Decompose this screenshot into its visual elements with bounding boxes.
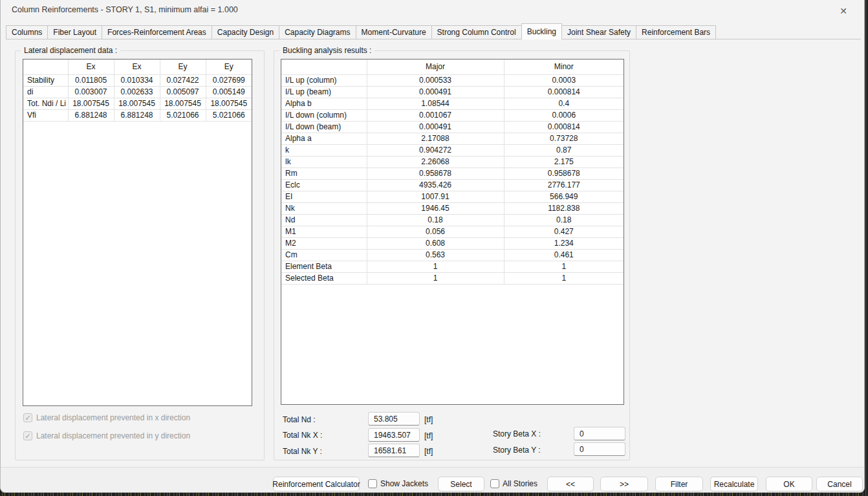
- table-row: Element Beta11: [281, 261, 624, 272]
- lateral-displacement-group-title: Lateral displacement data :: [21, 46, 120, 55]
- table-row: I/L down (beam)0.0004910.000814: [281, 121, 624, 133]
- cell-value: 0.18: [367, 214, 504, 226]
- checkbox-label: Lateral displacement prevented in x dire…: [36, 413, 190, 422]
- tab-joint-shear-safety[interactable]: Joint Shear Safety: [561, 25, 636, 39]
- cell-value: 0.87: [504, 144, 624, 156]
- row-label: Eclc: [281, 179, 367, 191]
- table-header-cell: [23, 59, 68, 74]
- cell-value: 0.027699: [206, 74, 252, 86]
- story-beta-y-input[interactable]: [574, 442, 625, 456]
- cell-value: 0.461: [504, 249, 624, 261]
- row-label: Stability: [23, 74, 68, 86]
- bottom-bar: Reinforcement Calculator Show Jackets Se…: [1, 467, 864, 493]
- table-row: M10.0560.427: [281, 226, 624, 237]
- close-button[interactable]: ✕: [833, 3, 854, 18]
- tab-fiber-layout[interactable]: Fiber Layout: [47, 25, 102, 39]
- cell-value: 6.881248: [114, 109, 160, 121]
- tab-capacity-diagrams[interactable]: Capacity Diagrams: [279, 25, 356, 39]
- cell-value: 5.021066: [160, 109, 206, 121]
- table-row: M20.6081.234: [281, 237, 624, 249]
- table-row: Vfi6.8812486.8812485.0210665.021066: [23, 109, 252, 121]
- show-jackets-checkbox[interactable]: Show Jackets: [368, 479, 428, 489]
- table-row: Cm0.5630.461: [281, 249, 624, 261]
- previous-button[interactable]: <<: [547, 477, 594, 491]
- total-nk-y-input[interactable]: [368, 444, 420, 457]
- total-nk-x-input[interactable]: [368, 428, 420, 442]
- cell-value: 0.000533: [367, 74, 504, 86]
- cell-value: 0.056: [367, 226, 504, 237]
- total-nk-x-unit: [tf]: [424, 431, 433, 440]
- cell-value: 0.002633: [114, 86, 160, 98]
- tab-forces-reinforcement-areas[interactable]: Forces-Reinforcement Areas: [102, 25, 212, 39]
- row-label: I/L up (beam): [281, 86, 367, 98]
- table-header-cell: Ey: [160, 59, 206, 74]
- cell-value: 0.0003: [504, 74, 624, 86]
- table-row: Eclc4935.4262776.177: [281, 179, 624, 191]
- cell-value: 0.73728: [504, 133, 624, 144]
- checkbox-unchecked-icon: [490, 479, 499, 488]
- cell-value: 0.958678: [504, 167, 624, 179]
- cell-value: 0.563: [367, 249, 504, 261]
- story-beta-x-input[interactable]: [574, 427, 625, 440]
- tab-columns[interactable]: Columns: [6, 25, 48, 39]
- tab-buckling[interactable]: Buckling: [521, 23, 562, 39]
- table-header-cell: Ex: [68, 59, 114, 74]
- cancel-button[interactable]: Cancel: [816, 477, 863, 491]
- window-title: Column Reinforcements - STORY 1, S1, min…: [12, 5, 238, 14]
- cell-value: 0.001067: [367, 109, 504, 121]
- checkbox-label: Lateral displacement prevented in y dire…: [36, 431, 190, 440]
- recalculate-button[interactable]: Recalculate: [710, 477, 758, 491]
- cell-value: 1007.91: [367, 191, 504, 202]
- cell-value: 0.011805: [68, 74, 114, 86]
- tab-reinforcement-bars[interactable]: Reinforcement Bars: [636, 25, 716, 39]
- ok-button[interactable]: OK: [766, 477, 812, 491]
- table-row: di0.0030070.0026330.0050970.005149: [23, 86, 252, 98]
- cell-value: 1182.838: [504, 202, 624, 214]
- buckling-results-group: Buckling analysis results : MajorMinorI/…: [274, 50, 630, 460]
- cell-value: 0.427: [504, 226, 624, 237]
- cell-value: 6.881248: [68, 109, 114, 121]
- cell-value: 0.4: [504, 98, 624, 109]
- table-header-row: MajorMinor: [281, 59, 624, 74]
- select-button[interactable]: Select: [438, 477, 484, 491]
- table-row: EI1007.91566.949: [281, 191, 624, 202]
- table-header-cell: [281, 59, 367, 74]
- table-row: Nk1946.451182.838: [281, 202, 624, 214]
- buckling-results-table: MajorMinorI/L up (column)0.0005330.0003I…: [281, 59, 624, 405]
- total-nk-x-label: Total Nk X :: [283, 431, 322, 440]
- reinforcement-calculator-button[interactable]: Reinforcement Calculator: [273, 477, 360, 491]
- all-stories-label: All Stories: [503, 479, 537, 488]
- column-reinforcements-dialog: Column Reinforcements - STORY 1, S1, min…: [0, 0, 865, 493]
- story-beta-x-label: Story Beta X :: [493, 429, 541, 438]
- cell-value: 2776.177: [504, 179, 624, 191]
- cell-value: 18.007545: [206, 98, 252, 109]
- row-label: Rm: [281, 167, 367, 179]
- tab-capacity-design[interactable]: Capacity Design: [212, 25, 279, 39]
- cell-value: 0.005149: [206, 86, 252, 98]
- next-button[interactable]: >>: [600, 477, 648, 491]
- title-bar: Column Reinforcements - STORY 1, S1, min…: [1, 0, 864, 21]
- row-label: Element Beta: [281, 261, 367, 272]
- all-stories-checkbox[interactable]: All Stories: [490, 479, 537, 489]
- row-label: Nd: [281, 214, 367, 226]
- table-row: Tot. Ndi / Li18.00754518.00754518.007545…: [23, 98, 252, 109]
- total-nd-input[interactable]: [368, 412, 420, 426]
- cell-value: 1.234: [504, 237, 624, 249]
- cell-value: 0.904272: [367, 144, 504, 156]
- row-label: Tot. Ndi / Li: [23, 98, 68, 109]
- data-grid: MajorMinorI/L up (column)0.0005330.0003I…: [281, 59, 624, 285]
- table-header-cell: Ex: [114, 59, 160, 74]
- row-label: Nk: [281, 202, 367, 214]
- tab-strong-column-control[interactable]: Strong Column Control: [431, 25, 522, 39]
- table-header-cell: Ey: [206, 59, 252, 74]
- cell-value: 4935.426: [367, 179, 504, 191]
- filter-button[interactable]: Filter: [655, 477, 703, 491]
- cell-value: 0.010334: [114, 74, 160, 86]
- data-grid: ExExEyEyStability0.0118050.0103340.02742…: [23, 59, 252, 122]
- table-header-row: ExExEyEy: [23, 59, 252, 74]
- cell-value: 1: [367, 261, 504, 272]
- cell-value: 2.26068: [367, 156, 504, 167]
- cell-value: 0.000814: [504, 121, 624, 133]
- tab-moment-curvature[interactable]: Moment-Curvature: [356, 25, 432, 39]
- lateral-displacement-group: Lateral displacement data : ExExEyEyStab…: [15, 50, 265, 460]
